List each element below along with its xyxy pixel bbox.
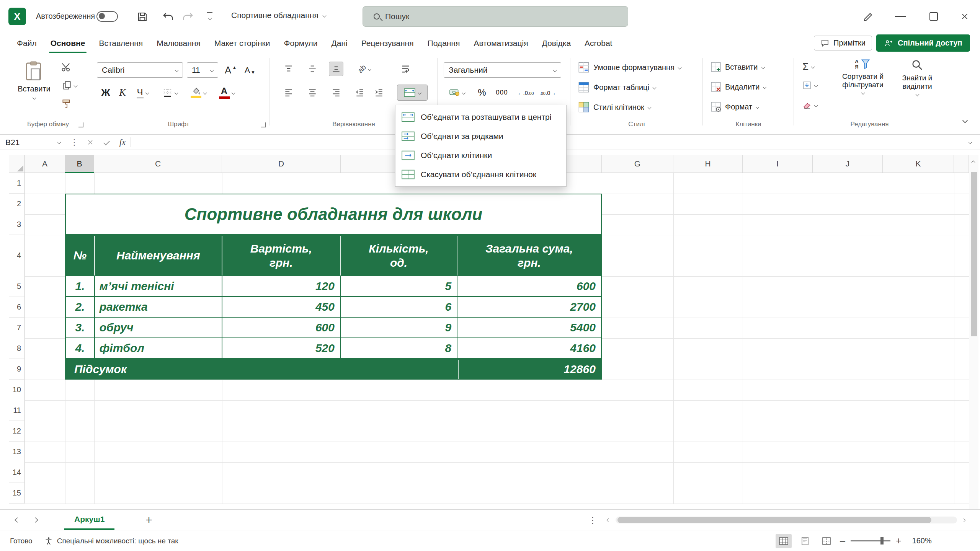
chevron-down-icon[interactable] [814,83,818,87]
cell-c5[interactable]: м’ячі тенісні [95,276,222,296]
save-icon[interactable] [135,9,150,24]
cell-e5[interactable]: 5 [341,276,457,296]
cell-f5[interactable]: 600 [457,276,601,296]
zoom-level[interactable]: 160% [912,536,932,545]
column-header-I[interactable]: I [743,155,813,173]
sheet-tab-active[interactable]: Аркуш1 [64,510,114,530]
insert-function-button[interactable]: fx [114,135,131,150]
row-header-8[interactable]: 8 [9,338,25,359]
header-cell-price[interactable]: Вартість, грн. [222,236,341,276]
chevron-down-icon[interactable] [647,105,651,109]
cell-e7[interactable]: 9 [341,318,457,337]
row-header-5[interactable]: 5 [9,276,25,297]
align-center-button[interactable] [305,85,320,100]
tab-automate[interactable]: Автоматизація [467,33,535,53]
menu-item-merge-cells[interactable]: Об’єднати клітинки [395,146,566,165]
chevron-down-icon[interactable] [761,65,765,69]
prev-sheet-icon[interactable] [15,517,20,523]
fill-color-dropdown-icon[interactable] [203,91,207,95]
copy-button[interactable] [58,78,81,93]
hscroll-right-icon[interactable] [962,518,966,522]
zoom-out-button[interactable]: – [840,536,845,546]
clipboard-dialog-launcher[interactable] [78,122,83,127]
conditional-formatting-button[interactable]: Умовне форматування [578,62,681,73]
hscroll-left-icon[interactable] [607,518,611,522]
delete-cells-button[interactable]: Видалити [710,82,766,92]
comma-style-button[interactable]: 000 [492,85,512,100]
font-name-select[interactable]: Calibri [97,62,183,78]
accessibility-status[interactable]: Спеціальні можливості: щось не так [44,536,178,546]
font-dialog-launcher[interactable] [261,122,266,127]
cell-c7[interactable]: обруч [95,318,222,337]
font-color-dropdown-icon[interactable] [231,91,235,95]
share-button[interactable]: Спільний доступ [876,34,970,52]
sheet-options-icon[interactable]: ⋮ [588,515,597,526]
row-header-13[interactable]: 13 [9,442,25,462]
percent-style-button[interactable]: % [474,85,490,100]
column-header-C[interactable]: C [94,155,222,173]
column-header-H[interactable]: H [673,155,743,173]
select-all-corner[interactable] [9,155,25,173]
header-cell-qty[interactable]: Кількість, од. [341,236,457,276]
row-header-6[interactable]: 6 [9,297,25,318]
header-cell-number[interactable]: № [66,236,95,276]
new-sheet-button[interactable]: + [142,514,155,527]
tab-page-layout[interactable]: Макет сторінки [207,33,277,53]
underline-dropdown-icon[interactable] [145,91,149,95]
align-left-button[interactable] [281,85,296,100]
sort-filter-button[interactable]: АЯ Сортувати й фільтрувати [836,59,890,94]
redo-icon[interactable] [180,9,195,24]
cell-total-label[interactable]: Підсумок [66,360,459,379]
cell-d5[interactable]: 120 [222,276,341,296]
merge-dropdown-icon[interactable] [418,91,421,95]
confirm-entry-button[interactable] [98,135,114,150]
paste-button[interactable]: Вставити [16,58,52,122]
align-right-button[interactable] [329,85,343,100]
row-header-15[interactable]: 15 [9,483,25,504]
sheet-title-cell[interactable]: Спортивне обладнання для школи [65,194,602,235]
cell-styles-button[interactable]: Стилі клітинок [578,101,651,113]
close-button[interactable] [961,13,969,20]
cell-f8[interactable]: 4160 [457,338,601,358]
orientation-button[interactable]: ab [353,62,376,76]
cell-d7[interactable]: 600 [222,318,341,337]
fill-color-button[interactable] [186,85,211,101]
row-header-1[interactable]: 1 [9,173,25,194]
tab-insert[interactable]: Вставлення [92,33,150,53]
cell-c6[interactable]: ракетка [95,297,222,317]
row-header-3[interactable]: 3 [9,214,25,235]
tab-view[interactable]: Подання [421,33,467,53]
row-header-2[interactable]: 2 [9,194,25,214]
tab-acrobat[interactable]: Acrobat [578,33,619,53]
column-header-D[interactable]: D [222,155,341,173]
pen-mode-icon[interactable] [861,9,876,24]
align-bottom-button[interactable] [329,62,343,76]
customize-toolbar-icon[interactable] [206,12,214,21]
menu-item-merge-across[interactable]: Об’єднати за рядками [395,127,566,146]
zoom-slider-thumb[interactable] [880,537,884,544]
find-select-button[interactable]: Знайти й виділити [894,59,940,96]
autosum-button[interactable]: Σ [802,61,814,73]
format-cells-button[interactable]: Формат [710,101,759,112]
chevron-down-icon[interactable] [915,93,919,96]
row-header-9[interactable]: 9 [9,359,25,380]
expand-formula-bar-icon[interactable] [969,140,972,144]
paste-dropdown-icon[interactable] [32,96,36,100]
fill-button[interactable] [802,81,817,90]
cancel-entry-button[interactable] [82,135,98,150]
row-header-4[interactable]: 4 [9,235,25,276]
tab-home[interactable]: Основне [44,33,92,53]
column-header-K[interactable]: K [883,155,954,173]
cell-c8[interactable]: фітбол [95,338,222,358]
cell-f7[interactable]: 5400 [457,318,601,337]
page-layout-view-button[interactable] [797,534,813,548]
row-header-12[interactable]: 12 [9,421,25,442]
excel-logo-icon[interactable]: X [8,8,26,25]
comments-button[interactable]: Примітки [814,36,872,51]
format-as-table-button[interactable]: Формат таблиці [578,82,656,93]
row-header-14[interactable]: 14 [9,462,25,483]
align-top-button[interactable] [281,62,296,76]
page-break-view-button[interactable] [818,534,835,548]
collapse-ribbon-icon[interactable] [962,118,968,123]
column-header-extra[interactable] [954,155,969,173]
